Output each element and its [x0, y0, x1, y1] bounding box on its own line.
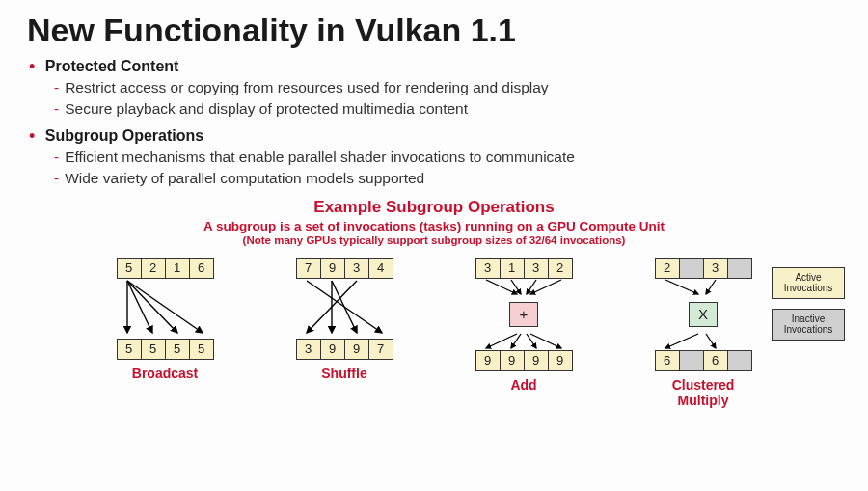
cell-inactive	[679, 258, 704, 279]
cell: 9	[475, 350, 501, 371]
cell: 1	[500, 258, 525, 279]
diagram-row: 5 2 1 6 5 5 5 5 Broadcast 7 9 3 4	[27, 258, 841, 408]
cell: 5	[117, 339, 142, 360]
svg-line-19	[706, 334, 716, 348]
diagram-label: Shuffle	[321, 366, 366, 381]
bullet-label: Protected Content	[45, 58, 179, 74]
sub-bullet-text: Efficient mechanisms that enable paralle…	[65, 149, 575, 165]
bullet-label: Subgroup Operations	[45, 127, 203, 144]
diagram-header: Example Subgroup Operations A subgroup i…	[27, 198, 841, 246]
arrows-out-icon	[471, 333, 577, 350]
sub-bullet-text: Restrict access or copying from resource…	[65, 79, 548, 95]
diagram-broadcast: 5 2 1 6 5 5 5 5 Broadcast	[93, 258, 237, 381]
cell: 4	[368, 258, 393, 279]
cell: 2	[141, 258, 166, 279]
arrows-icon	[112, 279, 218, 339]
cell: 3	[524, 258, 549, 279]
cell: 5	[141, 339, 166, 360]
sub-bullet: -Wide variety of parallel computation mo…	[54, 168, 841, 189]
sub-bullet: -Restrict access or copying from resourc…	[54, 77, 841, 98]
top-row: 3 1 3 2	[475, 258, 573, 279]
bullet-protected-content: • Protected Content -Restrict access or …	[29, 57, 841, 121]
arrows-icon	[291, 279, 397, 339]
bullet-dot-icon: •	[29, 57, 35, 76]
cell: 9	[344, 339, 369, 360]
cell: 2	[548, 258, 573, 279]
top-row: 7 9 3 4	[296, 258, 393, 279]
arrows-out-icon	[650, 333, 756, 350]
legend-active: ActiveInvocations	[772, 267, 845, 299]
diagram-title: Example Subgroup Operations	[27, 198, 841, 217]
diagram-label: Add	[510, 377, 536, 393]
cell: 5	[189, 339, 214, 360]
op-box-add: +	[509, 302, 538, 327]
diagram-label: ClusteredMultiply	[672, 377, 735, 408]
diagram-add: 3 1 3 2 + 9 9 9	[451, 258, 596, 393]
legend-inactive: InactiveInvocations	[772, 309, 845, 341]
cell: 3	[703, 258, 728, 279]
svg-line-2	[127, 281, 177, 333]
cell: 6	[703, 350, 728, 371]
arrows-in-icon	[471, 279, 577, 296]
cell: 9	[500, 350, 525, 371]
cell: 5	[165, 339, 190, 360]
arrows-in-icon	[650, 279, 756, 296]
cell: 6	[655, 350, 680, 371]
cell: 3	[475, 258, 501, 279]
cell: 2	[655, 258, 680, 279]
bottom-row: 9 9 9 9	[475, 350, 573, 371]
cell: 1	[165, 258, 190, 279]
svg-line-3	[127, 281, 203, 333]
diagram-note: (Note many GPUs typically support subgro…	[27, 234, 841, 246]
cell: 3	[296, 339, 321, 360]
diagram-shuffle: 7 9 3 4 3 9 9 7 Shuffle	[272, 258, 417, 381]
diagram-label: Broadcast	[132, 366, 198, 381]
cell: 9	[320, 258, 345, 279]
bullet-subgroup-operations: • Subgroup Operations -Efficient mechani…	[29, 126, 841, 190]
svg-line-6	[332, 281, 357, 333]
sub-bullet: -Secure playback and display of protecte…	[54, 98, 841, 120]
cell-inactive	[727, 258, 752, 279]
svg-line-17	[706, 280, 716, 294]
legend: ActiveInvocations InactiveInvocations	[772, 267, 845, 341]
cell: 9	[548, 350, 573, 371]
svg-line-1	[127, 281, 152, 333]
top-row: 5 2 1 6	[117, 258, 214, 279]
op-box-multiply: X	[689, 302, 718, 327]
svg-line-16	[665, 280, 698, 294]
top-row: 2 3	[655, 258, 752, 279]
cell-inactive	[727, 350, 752, 371]
cell: 9	[524, 350, 549, 371]
sub-bullet: -Efficient mechanisms that enable parall…	[54, 147, 841, 168]
cell: 7	[368, 339, 393, 360]
cell-inactive	[679, 350, 704, 371]
diagram-clustered-multiply: 2 3 X 6 6 ClusteredMultiply	[631, 258, 775, 408]
cell: 9	[320, 339, 345, 360]
cell: 7	[296, 258, 321, 279]
bullet-dot-icon: •	[29, 126, 35, 146]
svg-line-18	[665, 334, 698, 348]
bottom-row: 5 5 5 5	[117, 339, 214, 360]
cell: 5	[117, 258, 142, 279]
bottom-row: 3 9 9 7	[296, 339, 393, 360]
bullet-list: • Protected Content -Restrict access or …	[29, 57, 841, 190]
cell: 6	[189, 258, 214, 279]
diagram-subtitle: A subgroup is a set of invocations (task…	[27, 219, 841, 233]
sub-bullet-text: Secure playback and display of protected…	[65, 100, 468, 117]
sub-bullet-text: Wide variety of parallel computation mod…	[65, 170, 424, 186]
slide-title: New Functionality in Vulkan 1.1	[27, 12, 841, 49]
cell: 3	[344, 258, 369, 279]
bottom-row: 6 6	[655, 350, 752, 371]
